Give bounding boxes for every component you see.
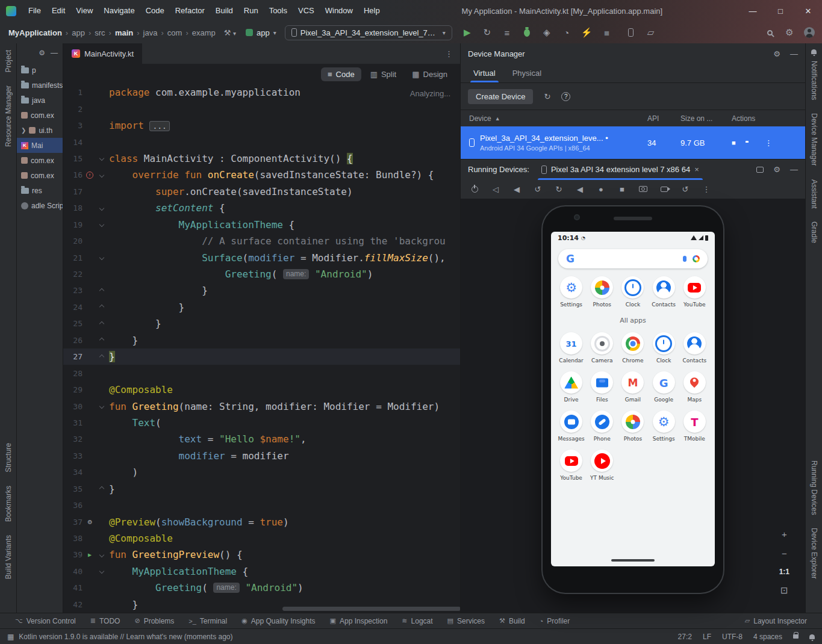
- code-line-38[interactable]: 38@Composable: [63, 530, 460, 546]
- fold-icon[interactable]: [99, 486, 104, 491]
- mode-design[interactable]: ▦Design: [405, 67, 454, 81]
- breadcrumb-myapplication[interactable]: MyApplication: [8, 28, 62, 37]
- breadcrumb-app[interactable]: app: [72, 28, 85, 37]
- status-lf[interactable]: LF: [703, 633, 711, 641]
- tool-stripe-gradle[interactable]: Gradle: [810, 221, 818, 243]
- project-item-ui-th[interactable]: ❯ui.th: [17, 123, 63, 138]
- menu-run[interactable]: Run: [238, 0, 264, 22]
- app-camera[interactable]: Camera: [587, 332, 617, 364]
- maximize-button[interactable]: □: [767, 0, 794, 22]
- project-item-com-ex[interactable]: com.ex: [17, 108, 63, 123]
- tool-app-quality-insights[interactable]: ◉App Quality Insights: [235, 613, 322, 629]
- close-button[interactable]: ✕: [794, 0, 822, 22]
- fold-icon[interactable]: [99, 305, 104, 309]
- code-line-39[interactable]: 39▶fun GreetingPreview() {: [63, 546, 460, 563]
- running-device-tab[interactable]: Pixel 3a API 34 extension level 7 x86 64…: [535, 159, 705, 180]
- mode-code[interactable]: ≡Code: [321, 67, 361, 81]
- layout-inspector-icon[interactable]: ▱: [646, 27, 656, 38]
- breadcrumb-com[interactable]: com: [167, 28, 182, 37]
- account-icon[interactable]: [804, 27, 815, 38]
- tool-stripe-project[interactable]: Project: [4, 50, 13, 72]
- tool-stripe-notifications[interactable]: Notifications: [810, 61, 818, 100]
- tool-stripe-structure[interactable]: Structure: [4, 443, 13, 472]
- tool-build[interactable]: ⚒Build: [493, 613, 532, 629]
- tool-todo[interactable]: ≣TODO: [84, 613, 127, 629]
- debug-icon[interactable]: [522, 29, 532, 37]
- project-item-res[interactable]: res: [17, 183, 63, 198]
- code-line-35[interactable]: 35}: [63, 481, 460, 497]
- tool-stripe-bookmarks[interactable]: Bookmarks: [4, 486, 13, 522]
- run-preview-gutter-icon[interactable]: ▶: [83, 551, 97, 558]
- fold-icon[interactable]: [99, 206, 104, 211]
- rotate-right-icon[interactable]: ↻: [555, 185, 563, 194]
- settings-icon[interactable]: ⚙: [773, 49, 780, 58]
- tool-logcat[interactable]: ≋Logcat: [395, 613, 439, 629]
- code-line-20[interactable]: 20 // A surface container using the 'bac…: [63, 233, 460, 249]
- power-icon[interactable]: [470, 186, 479, 193]
- tool-version-control[interactable]: ⌥Version Control: [8, 613, 83, 629]
- app-maps[interactable]: Maps: [679, 371, 710, 403]
- app-clock[interactable]: Clock: [649, 332, 679, 364]
- project-item-com-ex[interactable]: com.ex: [17, 168, 63, 183]
- menu-navigate[interactable]: Navigate: [98, 0, 140, 22]
- help-icon[interactable]: ?: [561, 92, 570, 101]
- expand-arrow-icon[interactable]: ❯: [21, 127, 26, 134]
- app-chrome[interactable]: Chrome: [617, 332, 648, 364]
- run-configuration-select[interactable]: app ▾: [246, 28, 276, 37]
- fold-icon[interactable]: [99, 354, 104, 359]
- app-clock[interactable]: Clock: [617, 276, 648, 308]
- app-drive[interactable]: Drive: [556, 371, 587, 403]
- screenshot-icon[interactable]: [639, 186, 647, 192]
- app-phone[interactable]: Phone: [587, 410, 617, 442]
- menu-file[interactable]: File: [23, 0, 46, 22]
- record-icon[interactable]: [660, 187, 668, 192]
- tool-app-inspection[interactable]: ▣App Inspection: [323, 613, 394, 629]
- refresh-icon[interactable]: ↻: [544, 92, 550, 101]
- menu-window[interactable]: Window: [320, 0, 358, 22]
- more-icon[interactable]: ⋮: [765, 138, 773, 147]
- rotate-left-icon[interactable]: ↺: [534, 185, 542, 194]
- code-line-32[interactable]: 32 text = "Hello $name!",: [63, 431, 460, 447]
- status-utf-8[interactable]: UTF-8: [722, 633, 743, 641]
- fold-icon[interactable]: [99, 222, 104, 227]
- profiler-icon[interactable]: ◔: [561, 28, 572, 38]
- phone-screen[interactable]: 10:14 ◔ G: [551, 232, 715, 566]
- app-messages[interactable]: Messages: [556, 410, 587, 442]
- lens-icon[interactable]: [693, 255, 700, 262]
- code-line-2[interactable]: 2: [63, 101, 460, 117]
- breadcrumb-examp[interactable]: examp: [192, 28, 216, 37]
- notifications-icon[interactable]: [809, 634, 815, 639]
- code-line-18[interactable]: 18 setContent {: [63, 200, 460, 216]
- run-configurations-icon[interactable]: ≡: [502, 28, 512, 38]
- code-line-28[interactable]: 28: [63, 365, 460, 381]
- column-size-on[interactable]: Size on ...: [680, 114, 732, 123]
- apply-changes-icon[interactable]: ↻: [482, 27, 493, 38]
- build-tools-icon[interactable]: ⚒ ▾: [224, 28, 236, 37]
- settings-icon[interactable]: ⚙: [773, 165, 780, 174]
- app-youtube[interactable]: YouTube: [679, 276, 710, 308]
- app-contacts[interactable]: Contacts: [679, 332, 710, 364]
- column-actions[interactable]: Actions: [732, 114, 797, 123]
- tool-stripe-device-manager[interactable]: Device Manager: [810, 113, 818, 166]
- app-settings[interactable]: Settings: [556, 276, 587, 308]
- project-item-p[interactable]: p: [17, 63, 63, 78]
- code-line-25[interactable]: 25 }: [63, 315, 460, 332]
- fold-icon[interactable]: [99, 338, 104, 342]
- tab-mainactivity[interactable]: K MainActivity.kt: [63, 43, 142, 64]
- mirror-device-icon[interactable]: [626, 28, 637, 37]
- code-line-40[interactable]: 40 MyApplicationTheme {: [63, 563, 460, 580]
- volume-up-icon[interactable]: ◀: [512, 185, 521, 194]
- fold-icon[interactable]: [99, 288, 104, 293]
- code-line-14[interactable]: 14: [63, 134, 460, 150]
- tool-stripe-assistant[interactable]: Assistant: [810, 179, 818, 209]
- column-device[interactable]: Device ▲: [469, 114, 647, 123]
- status-4-spaces[interactable]: 4 spaces: [753, 633, 782, 641]
- options-icon[interactable]: ⚙: [39, 49, 45, 57]
- code-line-37[interactable]: 37⚙@Preview(showBackground = true): [63, 513, 460, 530]
- snapshots-icon[interactable]: ↺: [681, 185, 690, 194]
- profile-app-icon[interactable]: ⚡: [581, 27, 593, 38]
- code-line-30[interactable]: 30fun Greeting(name: String, modifier: M…: [63, 398, 460, 414]
- code-line-1[interactable]: 1package com.example.myapplication: [63, 84, 460, 101]
- menu-edit[interactable]: Edit: [46, 0, 70, 22]
- code-line-21[interactable]: 21 Surface(modifier = Modifier.fillMaxSi…: [63, 249, 460, 265]
